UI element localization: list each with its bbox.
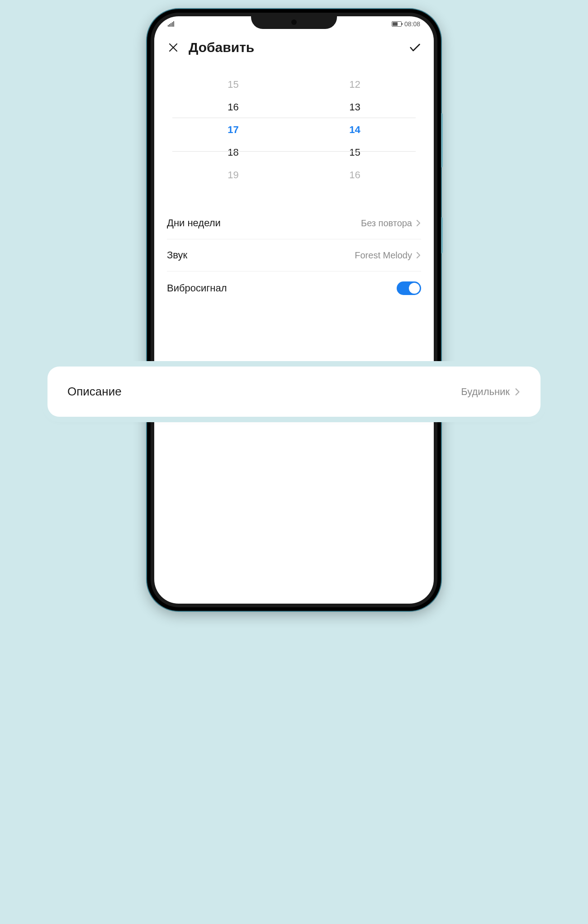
picker-item[interactable]: 18 bbox=[228, 146, 238, 159]
side-button bbox=[441, 217, 443, 253]
picker-divider bbox=[172, 151, 416, 152]
minute-column[interactable]: 12 13 14 15 16 bbox=[294, 78, 416, 182]
confirm-button[interactable] bbox=[408, 41, 421, 54]
picker-item[interactable]: 12 bbox=[349, 78, 360, 91]
setting-label: Дни недели bbox=[167, 217, 221, 229]
chevron-right-icon bbox=[416, 219, 421, 227]
setting-label: Звук bbox=[167, 249, 187, 261]
picker-item-selected[interactable]: 17 bbox=[228, 123, 238, 137]
setting-sound[interactable]: Звук Forest Melody bbox=[167, 239, 421, 271]
picker-item[interactable]: 13 bbox=[349, 100, 360, 114]
picker-item[interactable]: 19 bbox=[228, 168, 238, 182]
picker-item[interactable]: 16 bbox=[349, 168, 360, 182]
check-icon bbox=[408, 41, 421, 54]
page-title: Добавить bbox=[189, 40, 254, 55]
screen: 08:08 Добавить bbox=[154, 16, 434, 604]
close-button[interactable] bbox=[167, 41, 180, 54]
setting-value: Без повтора bbox=[361, 218, 412, 229]
setting-value: Forest Melody bbox=[355, 250, 412, 261]
side-button bbox=[441, 113, 443, 167]
close-icon bbox=[168, 42, 179, 53]
setting-description-highlight[interactable]: Описание Будильник bbox=[47, 367, 541, 417]
picker-item[interactable]: 15 bbox=[349, 146, 360, 159]
picker-item-selected[interactable]: 14 bbox=[349, 123, 360, 137]
signal-icon bbox=[168, 21, 174, 27]
notch bbox=[251, 16, 337, 29]
setting-vibrate[interactable]: Вибросигнал bbox=[167, 271, 421, 305]
setting-label: Вибросигнал bbox=[167, 282, 227, 294]
setting-repeat[interactable]: Дни недели Без повтора bbox=[167, 207, 421, 239]
status-time: 08:08 bbox=[404, 20, 420, 28]
setting-value: Будильник bbox=[461, 386, 510, 398]
time-picker[interactable]: 15 16 17 18 19 12 13 14 15 16 bbox=[154, 64, 434, 207]
picker-divider bbox=[172, 118, 416, 118]
phone-frame: 08:08 Добавить bbox=[147, 9, 441, 611]
picker-item[interactable]: 16 bbox=[228, 100, 238, 114]
picker-item[interactable]: 15 bbox=[228, 78, 238, 91]
setting-label: Описание bbox=[67, 385, 122, 399]
chevron-right-icon bbox=[416, 251, 421, 259]
chevron-right-icon bbox=[514, 387, 521, 396]
app-header: Добавить bbox=[154, 29, 434, 64]
vibrate-toggle[interactable] bbox=[397, 281, 421, 295]
battery-icon bbox=[392, 21, 402, 27]
hour-column[interactable]: 15 16 17 18 19 bbox=[172, 78, 294, 182]
